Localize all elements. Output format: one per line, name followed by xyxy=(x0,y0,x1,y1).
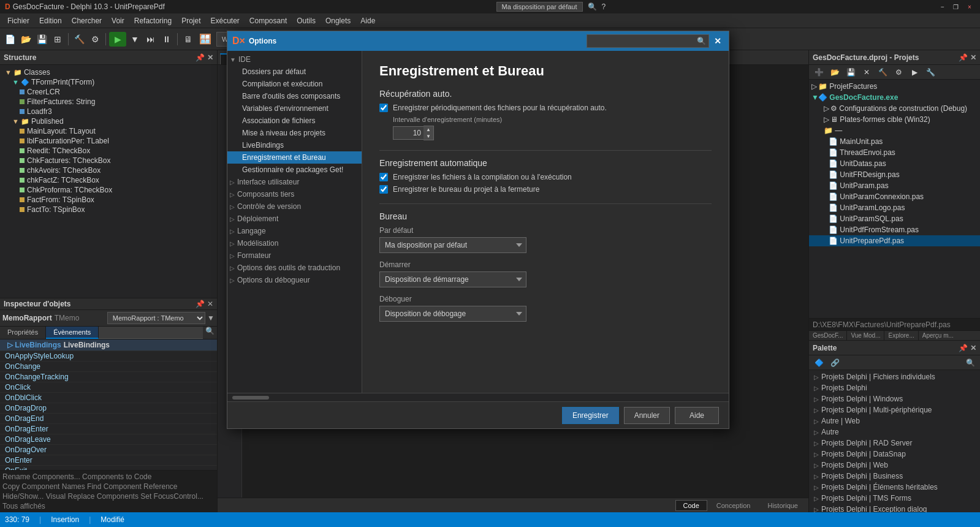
inspector-row-onexit[interactable]: OnExit xyxy=(0,466,217,470)
quick-tab-explore[interactable]: Explore... xyxy=(884,331,918,340)
palette-item-radserver[interactable]: ▷ Projets Delphi | RAD Server xyxy=(809,438,980,449)
inspector-row-ondragover[interactable]: OnDragOver xyxy=(0,445,217,455)
projects-pin-icon[interactable]: 📌 xyxy=(959,53,968,62)
tree-item-filterfactures[interactable]: FilterFactures: String xyxy=(0,97,217,107)
search-icon[interactable]: 🔍 xyxy=(588,2,597,11)
tab-historique[interactable]: Historique xyxy=(759,500,806,511)
action-hide[interactable]: Hide/Show... Visual Replace Components S… xyxy=(2,491,215,501)
tree-item-chkavoirs[interactable]: chkAvoirs: TCheckBox xyxy=(0,165,217,175)
save-all-btn[interactable]: ⊞ xyxy=(50,32,65,47)
menu-edition[interactable]: Edition xyxy=(34,15,67,26)
auto-save-checkbox3[interactable] xyxy=(379,185,388,194)
menu-onglets[interactable]: Onglets xyxy=(321,15,355,26)
inspector-row-onclick[interactable]: OnClick xyxy=(0,382,217,393)
dtree-options-debogueur[interactable]: ▷ Options du débogueur xyxy=(227,274,362,286)
proj-item-unitparamconnexion[interactable]: 📄 UnitParamConnexion.pas xyxy=(809,191,980,202)
quick-tab-gesdocf[interactable]: GesDocF... xyxy=(809,331,847,340)
dtree-ide[interactable]: ▼ IDE xyxy=(227,53,362,66)
proj-item-plateforme[interactable]: ▷ 🖥 Plates-formes cible (Win32) xyxy=(809,114,980,125)
proj-item-unitparamsql[interactable]: 📄 UnitParamSQL.pas xyxy=(809,213,980,224)
palette-close-icon[interactable]: ✕ xyxy=(970,344,976,352)
menu-projet[interactable]: Projet xyxy=(177,15,205,26)
proj-item-unitpdffromstream[interactable]: 📄 UnitPdfFromStream.pas xyxy=(809,224,980,235)
inspector-row-onenter[interactable]: OnEnter xyxy=(0,455,217,466)
palette-item-tmsforms[interactable]: ▷ Projets Delphi | TMS Forms xyxy=(809,493,980,504)
minimize-button[interactable]: − xyxy=(937,2,948,11)
tree-item-chkproforma[interactable]: ChkProforma: TCheckBox xyxy=(0,185,217,195)
dtree-majprojets[interactable]: Mise à niveau des projets xyxy=(227,127,362,139)
tab-proprietes[interactable]: Propriétés xyxy=(0,327,46,339)
inspector-pin-icon[interactable]: 📌 xyxy=(196,300,205,308)
tree-item-chkfactures[interactable]: ChkFactures: TCheckBox xyxy=(0,156,217,165)
inspector-row-ondragdrop[interactable]: OnDragDrop xyxy=(0,403,217,414)
tree-item-classes[interactable]: ▼ 📁 Classes xyxy=(0,67,217,77)
tree-item-mainlayout[interactable]: MainLayout: TLayout xyxy=(0,126,217,136)
palette-item-business[interactable]: ▷ Projets Delphi | Business xyxy=(809,471,980,482)
menu-chercher[interactable]: Chercher xyxy=(67,15,107,26)
dtree-dossiers[interactable]: Dossiers par défaut xyxy=(227,66,362,78)
compile-btn[interactable]: ⚙ xyxy=(88,32,102,47)
proj-item-unitpreparepdf[interactable]: 📄 UnitPreparePdf.pas xyxy=(809,235,980,246)
palette-item-multiperipherique[interactable]: ▷ Projets Delphi | Multi-périphérique xyxy=(809,404,980,415)
component-selector[interactable]: MemoRapport : TMemo xyxy=(107,312,205,324)
proj-close-btn[interactable]: ✕ xyxy=(859,65,874,80)
defaut-select[interactable]: Ma disposition par défaut xyxy=(379,237,526,253)
menu-outils[interactable]: Outils xyxy=(292,15,321,26)
palette-item-delphi[interactable]: ▷ Projets Delphi xyxy=(809,382,980,393)
palette-item-heritables[interactable]: ▷ Projets Delphi | Éléments héritables xyxy=(809,482,980,493)
palette-item-fichiers-individuels[interactable]: ▷ Projets Delphi | Fichiers individuels xyxy=(809,371,980,382)
proj-item-unitfrdesign[interactable]: 📄 UnitFRDesign.pas xyxy=(809,169,980,180)
tree-item-published[interactable]: ▼ 📁 Published xyxy=(0,116,217,126)
proj-add-btn[interactable]: ➕ xyxy=(811,65,826,80)
inspector-row-onchange[interactable]: OnChange xyxy=(0,362,217,372)
layout-dropdown[interactable]: Ma disposition par défaut xyxy=(496,2,583,12)
save-btn[interactable]: 💾 xyxy=(34,32,49,47)
dtree-options-traduction[interactable]: ▷ Options des outils de traduction xyxy=(227,262,362,274)
hscroll-thumb[interactable] xyxy=(232,396,269,400)
inspector-close-icon[interactable]: ✕ xyxy=(207,300,213,308)
dtree-interface[interactable]: ▷ Interface utilisateur xyxy=(227,176,362,188)
open-btn[interactable]: 📂 xyxy=(18,32,33,47)
auto-save-checkbox[interactable] xyxy=(379,104,388,112)
projects-close-icon[interactable]: ✕ xyxy=(970,53,976,62)
proj-item-projetfactures[interactable]: ▷ 📁 ProjetFactures xyxy=(809,81,980,92)
dialog-close-button[interactable]: ✕ xyxy=(712,35,724,47)
palette-item-autre[interactable]: ▷ Autre xyxy=(809,427,980,438)
inspector-row-onchangetracking[interactable]: OnChangeTracking xyxy=(0,372,217,382)
tree-item-tformprint[interactable]: ▼ 🔷 TFormPrint(TForm) xyxy=(0,77,217,87)
palette-btn1[interactable]: 🔷 xyxy=(811,355,826,370)
component-dropdown-icon[interactable]: ▼ xyxy=(207,314,215,322)
palette-pin-icon[interactable]: 📌 xyxy=(959,344,968,352)
demarrer-select[interactable]: Disposition de démarrage xyxy=(379,271,526,287)
palette-item-datasnap[interactable]: ▷ Projets Delphi | DataSnap xyxy=(809,449,980,460)
dtree-gestionnaire[interactable]: Gestionnaire de packages Get! xyxy=(227,164,362,176)
new-btn[interactable]: 📄 xyxy=(2,32,17,47)
menu-fichier[interactable]: Fichier xyxy=(2,15,34,26)
dtree-variables[interactable]: Variables d'environnement xyxy=(227,102,362,115)
menu-voir[interactable]: Voir xyxy=(107,15,129,26)
proj-item-mainunit[interactable]: 📄 MainUnit.pas xyxy=(809,136,980,147)
auto-save-checkbox2[interactable] xyxy=(379,173,388,181)
dialog-search-input[interactable] xyxy=(590,37,697,45)
dtree-composants[interactable]: ▷ Composants tiers xyxy=(227,188,362,200)
dtree-livebindings[interactable]: LiveBindings xyxy=(227,139,362,151)
dialog-save-button[interactable]: Enregistrer xyxy=(562,407,619,424)
inspector-row-onapplystylelookup[interactable]: OnApplyStyleLookup xyxy=(0,351,217,362)
tree-item-factto[interactable]: FactTo: TSpinBox xyxy=(0,205,217,214)
close-button[interactable]: × xyxy=(964,2,975,11)
dtree-compilation[interactable]: Compilation et exécution xyxy=(227,78,362,90)
inspector-search-input[interactable] xyxy=(99,327,203,339)
dtree-formateur[interactable]: ▷ Formateur xyxy=(227,249,362,262)
palette-item-exceptiondialog[interactable]: ▷ Projets Delphi | Exception dialog xyxy=(809,504,980,512)
dtree-controle[interactable]: ▷ Contrôle de version xyxy=(227,200,362,213)
tab-conception[interactable]: Conception xyxy=(708,500,759,511)
run-param-btn[interactable]: ▼ xyxy=(127,32,142,47)
proj-options-btn[interactable]: 🔧 xyxy=(923,65,938,80)
dtree-langage[interactable]: ▷ Langage xyxy=(227,225,362,237)
dtree-enregistrement[interactable]: Enregistrement et Bureau xyxy=(227,151,362,164)
action-copy[interactable]: Copy Component Names Find Component Refe… xyxy=(2,482,215,491)
inspector-row-ondragenter[interactable]: OnDragEnter xyxy=(0,424,217,434)
proj-run-btn[interactable]: ▶ xyxy=(907,65,922,80)
tree-item-chkfactz[interactable]: chkFactZ: TCheckBox xyxy=(0,175,217,185)
quick-tab-vuemod[interactable]: Vue Mod... xyxy=(847,331,884,340)
